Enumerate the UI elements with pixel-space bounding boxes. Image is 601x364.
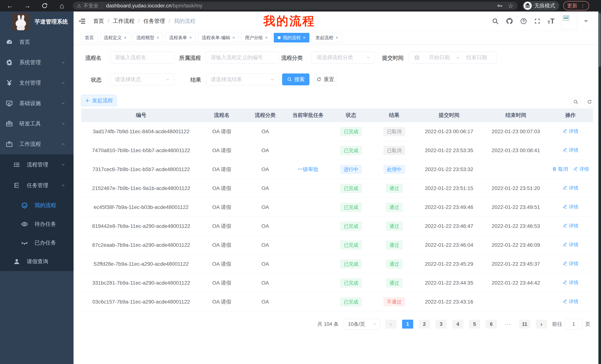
tab-start-process[interactable]: 发起流程× [312, 33, 342, 42]
detail-link[interactable]: 详情 [562, 241, 579, 248]
definition-filter-input[interactable] [206, 52, 279, 63]
avatar-caret-icon[interactable] [584, 20, 588, 24]
tab-my-process[interactable]: 我的流程× [274, 33, 310, 42]
page-size-select[interactable]: 10条/页 [344, 319, 380, 329]
back-icon[interactable]: ← [6, 2, 13, 9]
tab-process-form-edit[interactable]: 流程表单-编辑× [198, 33, 239, 42]
category-filter-select[interactable]: 请选择流程分类 [312, 52, 375, 63]
reset-button[interactable]: 重置 [314, 74, 336, 85]
page-button-6[interactable]: 6 [486, 320, 497, 329]
cancel-link[interactable]: 取消 [552, 166, 568, 172]
sidebar-item-process-mgmt[interactable]: 流程管理 [0, 154, 74, 175]
goto-page-input[interactable] [565, 319, 583, 329]
cell-end-time: 2022-01-22 23:45:37 [484, 255, 548, 273]
tab-process-model[interactable]: 流程模型× [133, 33, 163, 42]
close-icon[interactable]: × [157, 35, 159, 40]
result-filter-select[interactable]: 请选择流结果 [206, 74, 279, 85]
prev-page-button[interactable]: ‹ [385, 320, 397, 329]
cell-process-id: 52ffd28e-7b9a-11ec-a290-acde48001122 [81, 255, 201, 273]
home-icon[interactable]: ⌂ [58, 2, 65, 9]
fullscreen-icon[interactable] [534, 18, 541, 25]
close-icon[interactable]: × [303, 35, 306, 40]
sidebar-item-done-tasks[interactable]: 已办任务 [0, 233, 74, 252]
detail-link[interactable]: 详情 [562, 223, 579, 229]
page-button-4[interactable]: 4 [452, 320, 463, 329]
breadcrumb-item[interactable]: 首页 [93, 18, 104, 25]
forward-icon[interactable]: → [24, 2, 31, 9]
refresh-table-button[interactable] [584, 97, 595, 107]
cell-end-time: 2022-01-23 00:07:03 [484, 122, 548, 141]
cell-current-task[interactable]: 一级审批 [288, 160, 328, 179]
create-process-button[interactable]: 发起流程 [81, 95, 116, 106]
result-badge: 通过 [386, 241, 403, 249]
breadcrumb-item[interactable]: 工作流程 [113, 18, 134, 25]
sidebar-item-infrastructure[interactable]: 基础设施 [0, 93, 74, 114]
search-button[interactable]: 搜索 [282, 74, 310, 85]
password-key-icon[interactable] [496, 3, 503, 9]
detail-link[interactable]: 详情 [562, 204, 579, 210]
next-page-button[interactable]: › [536, 320, 547, 329]
detail-link[interactable]: 详情 [562, 260, 579, 267]
sidebar-item-dev-tools[interactable]: 研发工具 [0, 114, 74, 134]
tab-home[interactable]: 首页 [81, 33, 98, 42]
sidebar-item-task-mgmt[interactable]: 任务管理 [0, 175, 74, 196]
pagination: 共 104 条10条/页‹123456···11›前往页 [317, 319, 590, 329]
sidebar-item-home[interactable]: 首页 [0, 32, 74, 52]
chevron-down-icon [372, 322, 377, 326]
close-icon[interactable]: × [265, 35, 268, 40]
detail-link[interactable]: 详情 [562, 128, 579, 134]
scrollbar-thumb[interactable] [599, 13, 601, 67]
app-logo-row[interactable]: 芋道管理系统 [0, 11, 74, 32]
sidebar-item-my-process[interactable]: 我的流程 [0, 196, 74, 215]
close-icon[interactable]: × [189, 35, 192, 40]
font-size-icon[interactable]: TT [548, 18, 555, 25]
close-icon[interactable]: × [336, 35, 338, 40]
toggle-search-button[interactable] [571, 97, 581, 107]
tab-process-form[interactable]: 流程表单× [165, 33, 196, 42]
start-date-placeholder: 开始日期 [423, 54, 456, 61]
tab-process-definition[interactable]: 流程定义× [100, 33, 130, 42]
github-icon[interactable] [506, 17, 513, 25]
page-button-3[interactable]: 3 [436, 320, 447, 329]
sidebar-item-payment[interactable]: 支付管理 [0, 73, 74, 93]
action-label: 详情 [569, 185, 579, 191]
page-button-5[interactable]: 5 [469, 320, 480, 329]
end-date-placeholder: 结束日期 [460, 54, 493, 61]
cell-status: 已完成 [328, 255, 374, 273]
page-button-11[interactable]: 11 [519, 320, 530, 329]
detail-link[interactable]: 详情 [562, 279, 579, 286]
submit-time-range-picker[interactable]: 开始日期 - 结束日期 [409, 52, 496, 63]
update-button[interactable]: 更新 ⋮ [563, 1, 589, 10]
close-icon[interactable]: × [232, 35, 235, 40]
cell-actions: 详情 [548, 122, 593, 141]
detail-link[interactable]: 详情 [562, 185, 579, 191]
reload-icon[interactable] [41, 2, 48, 9]
cell-process-name: OA 请假 [201, 292, 242, 311]
tab-user-group[interactable]: 用户分组× [241, 33, 271, 42]
close-icon[interactable]: × [124, 35, 127, 40]
sidebar-item-label: 研发工具 [19, 120, 41, 127]
detail-link[interactable]: 详情 [562, 298, 579, 305]
search-icon[interactable] [492, 18, 499, 25]
address-bar[interactable]: ⚠ 不安全 dashboard.yudao.iocoder.cn /bpm/ta… [73, 2, 518, 10]
status-filter-select[interactable]: 请选择状态 [110, 74, 174, 85]
detail-link[interactable]: 详情 [562, 147, 579, 153]
sidebar-item-leave-query[interactable]: 请假查询 [0, 252, 74, 271]
breadcrumb-item[interactable]: 任务管理 [143, 18, 165, 25]
help-icon[interactable] [520, 18, 527, 25]
sidebar-item-system[interactable]: 系统管理 [0, 52, 74, 73]
page-button-2[interactable]: 2 [419, 320, 430, 329]
edit-icon [573, 167, 578, 172]
sidebar-item-label: 支付管理 [19, 79, 41, 87]
detail-link[interactable]: 详情 [573, 166, 589, 172]
page-button-1[interactable]: 1 [402, 320, 413, 329]
cell-actions: 详情 [548, 273, 593, 292]
browser-menu-icon[interactable]: ⋮ [580, 3, 585, 9]
hamburger-icon[interactable] [78, 18, 86, 25]
sidebar-item-todo-tasks[interactable]: 待办任务 [0, 215, 74, 233]
bookmark-star-icon[interactable]: ☆ [508, 2, 513, 10]
avatar[interactable] [561, 13, 577, 29]
name-filter-input[interactable] [110, 52, 174, 63]
tab-label: 首页 [85, 35, 94, 41]
sidebar-item-workflow[interactable]: 工作流程 [0, 134, 74, 154]
